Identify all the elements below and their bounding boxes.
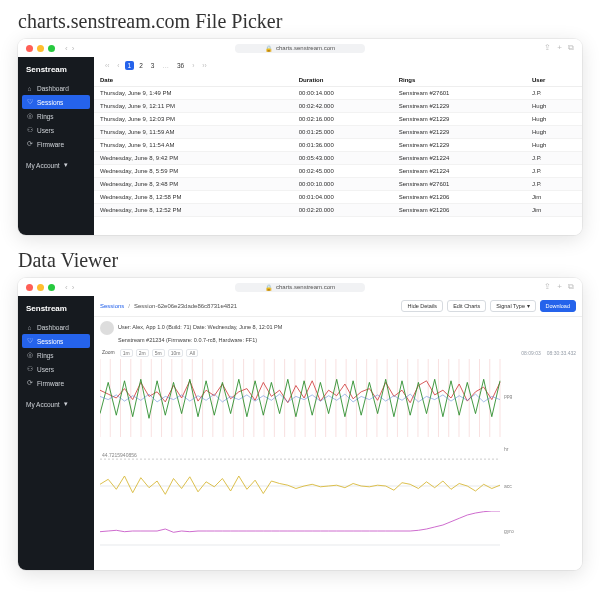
minimize-icon[interactable] [37, 45, 44, 52]
zoom-2m[interactable]: 2m [136, 349, 149, 357]
firmware-icon: ⟳ [26, 140, 33, 148]
share-icon[interactable]: ⇪ [544, 43, 551, 53]
chevron-down-icon: ▾ [64, 161, 68, 169]
brand: Senstream [18, 304, 94, 321]
back-icon[interactable]: ‹ [65, 283, 68, 292]
browser-titlebar: ‹› 🔒charts.senstream.com ⇪ + ⧉ [18, 278, 582, 296]
zoom-All[interactable]: All [186, 349, 198, 357]
forward-icon[interactable]: › [72, 283, 75, 292]
breadcrumb-session: Session-62e06e23dade86c8731e4821 [134, 303, 237, 309]
zoom-Zoom: Zoom [100, 349, 117, 357]
sidebar-item-sessions[interactable]: ♡Sessions [22, 95, 90, 109]
minimize-icon[interactable] [37, 284, 44, 291]
brand: Senstream [18, 65, 94, 82]
svg-text:ppg: ppg [504, 393, 513, 399]
page-1[interactable]: 1 [125, 61, 135, 70]
page-3[interactable]: 3 [148, 61, 158, 70]
zoom-bar: Zoom1m2m5m10mAll 08:09:03 08:30:33.432 [94, 347, 582, 359]
hr-chart[interactable]: 44.7215940856hr [100, 437, 524, 461]
dashboard-icon: ⌂ [26, 324, 33, 331]
tabs-icon[interactable]: ⧉ [568, 43, 574, 53]
table-row[interactable]: Wednesday, June 8, 9:42 PM00:05:43.000Se… [94, 152, 582, 165]
col-rings[interactable]: Rings [393, 74, 526, 87]
tabs-icon[interactable]: ⧉ [568, 282, 574, 292]
chart-area[interactable]: ppg44.7215940856hraccgyro [94, 359, 582, 557]
svg-text:44.7215940856: 44.7215940856 [102, 452, 137, 458]
sidebar-item-firmware[interactable]: ⟳Firmware [18, 137, 94, 151]
col-duration[interactable]: Duration [293, 74, 393, 87]
back-icon[interactable]: ‹ [65, 44, 68, 53]
account-menu[interactable]: My Account ▾ [18, 390, 94, 408]
chevron-down-icon: ▾ [527, 303, 530, 309]
acc-chart[interactable]: acc [100, 461, 524, 511]
plus-icon[interactable]: + [557, 43, 562, 53]
svg-text:hr: hr [504, 446, 509, 452]
sidebar-item-sessions[interactable]: ♡Sessions [22, 334, 90, 348]
table-row[interactable]: Wednesday, June 8, 12:52 PM00:02:20.000S… [94, 204, 582, 217]
table-row[interactable]: Wednesday, June 8, 12:58 PM00:01:04.000S… [94, 191, 582, 204]
page-›[interactable]: › [189, 61, 197, 70]
breadcrumb-root[interactable]: Sessions [100, 303, 124, 309]
table-row[interactable]: Wednesday, June 8, 5:59 PM00:02:45.000Se… [94, 165, 582, 178]
sidebar-item-rings[interactable]: ◎Rings [18, 348, 94, 362]
sidebar: Senstream ⌂Dashboard♡Sessions◎Rings⚇User… [18, 57, 94, 235]
download-button[interactable]: Download [540, 300, 576, 312]
zoom-1m[interactable]: 1m [120, 349, 133, 357]
svg-text:acc: acc [504, 483, 512, 489]
sidebar-item-dashboard[interactable]: ⌂Dashboard [18, 82, 94, 95]
window-controls[interactable] [26, 284, 55, 291]
users-icon: ⚇ [26, 365, 33, 373]
page-2[interactable]: 2 [136, 61, 146, 70]
page-››[interactable]: ›› [199, 61, 209, 70]
browser-titlebar: ‹› 🔒charts.senstream.com ⇪ + ⧉ [18, 39, 582, 57]
table-row[interactable]: Thursday, June 9, 12:11 PM00:02:42.000Se… [94, 100, 582, 113]
gyro-chart[interactable]: gyro [100, 511, 524, 551]
page-‹‹[interactable]: ‹‹ [102, 61, 112, 70]
table-row[interactable]: Thursday, June 9, 11:54 AM00:01:36.000Se… [94, 139, 582, 152]
users-icon: ⚇ [26, 126, 33, 134]
account-menu[interactable]: My Account ▾ [18, 151, 94, 169]
sidebar-item-users[interactable]: ⚇Users [18, 123, 94, 137]
sidebar-item-users[interactable]: ⚇Users [18, 362, 94, 376]
url-bar[interactable]: 🔒charts.senstream.com [235, 44, 365, 53]
table-row[interactable]: Thursday, June 9, 12:03 PM00:02:16.000Se… [94, 113, 582, 126]
zoom-10m[interactable]: 10m [168, 349, 184, 357]
sessions-table: DateDurationRingsUser Thursday, June 9, … [94, 74, 582, 217]
sidebar-item-dashboard[interactable]: ⌂Dashboard [18, 321, 94, 334]
page-36[interactable]: 36 [174, 61, 187, 70]
close-icon[interactable] [26, 45, 33, 52]
ppg-chart[interactable]: ppg [100, 359, 524, 437]
page-‹[interactable]: ‹ [114, 61, 122, 70]
timestamp-end: 08:30:33.432 [547, 350, 576, 356]
col-date[interactable]: Date [94, 74, 293, 87]
caption-file-picker: charts.senstream.com File Picker [18, 10, 582, 33]
url-bar[interactable]: 🔒charts.senstream.com [235, 283, 365, 292]
maximize-icon[interactable] [48, 45, 55, 52]
forward-icon[interactable]: › [72, 44, 75, 53]
signal-type-dropdown[interactable]: Signal Type ▾ [490, 300, 535, 312]
viewer-content: Sessions / Session-62e06e23dade86c8731e4… [94, 296, 582, 570]
col-user[interactable]: User [526, 74, 582, 87]
hide-details-button[interactable]: Hide Details [401, 300, 443, 312]
table-row[interactable]: Wednesday, June 8, 3:48 PM00:00:10.000Se… [94, 178, 582, 191]
file-picker-content: ‹‹‹123…36››› DateDurationRingsUser Thurs… [94, 57, 582, 235]
zoom-5m[interactable]: 5m [152, 349, 165, 357]
table-row[interactable]: Thursday, June 9, 11:59 AM00:01:25.000Se… [94, 126, 582, 139]
avatar [100, 321, 114, 335]
dashboard-icon: ⌂ [26, 85, 33, 92]
page-…: … [159, 61, 172, 70]
pagination: ‹‹‹123…36››› [94, 57, 582, 74]
share-icon[interactable]: ⇪ [544, 282, 551, 292]
lock-icon: 🔒 [265, 45, 272, 52]
sidebar-item-rings[interactable]: ◎Rings [18, 109, 94, 123]
table-row[interactable]: Thursday, June 9, 1:49 PM00:00:14.000Sen… [94, 87, 582, 100]
sidebar-item-firmware[interactable]: ⟳Firmware [18, 376, 94, 390]
window-controls[interactable] [26, 45, 55, 52]
maximize-icon[interactable] [48, 284, 55, 291]
edit-charts-button[interactable]: Edit Charts [447, 300, 486, 312]
session-meta: User: Alex, App 1.0 (Build: 71) Date: We… [94, 317, 582, 347]
plus-icon[interactable]: + [557, 282, 562, 292]
caption-data-viewer: Data Viewer [18, 249, 582, 272]
rings-icon: ◎ [26, 112, 33, 120]
close-icon[interactable] [26, 284, 33, 291]
